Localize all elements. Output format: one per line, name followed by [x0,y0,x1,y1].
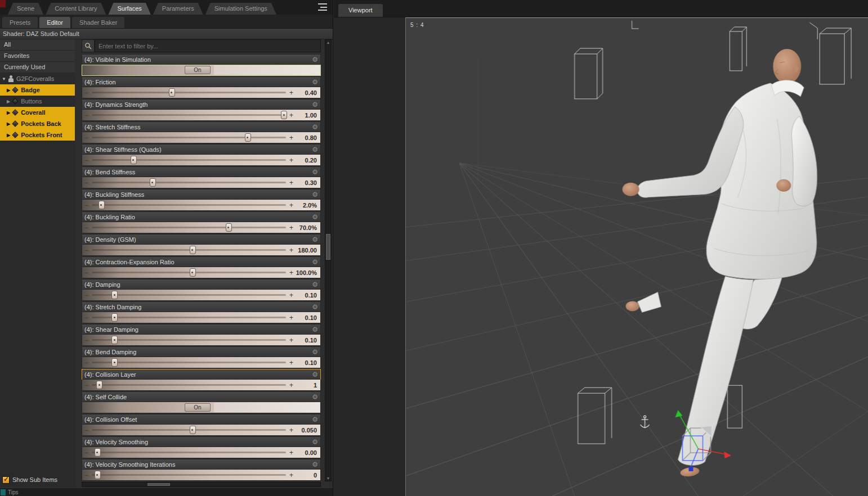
filter-all[interactable]: All [0,39,75,51]
gear-icon[interactable]: ⚙ [312,169,318,175]
vertical-scrollbar[interactable]: ▲ ▼ [325,39,332,481]
filter-input[interactable] [95,39,321,52]
slider-thumb[interactable] [150,178,156,187]
decrement-button[interactable]: − [82,155,91,165]
filter-currently-used[interactable]: Currently Used [0,62,75,73]
decrement-button[interactable]: − [82,313,91,323]
scroll-up-icon[interactable]: ▲ [325,40,331,44]
parameter-slider[interactable]: − + 0.40 [82,87,321,98]
expand-arrow-icon[interactable]: ▶ [7,121,10,127]
slider-thumb[interactable] [245,133,251,142]
gear-icon[interactable]: ⚙ [312,214,318,220]
slider-track[interactable] [91,110,287,120]
slider-track[interactable] [91,87,287,98]
tab-simulation-settings[interactable]: Simulation Settings [205,3,276,15]
tree-item-pockets-front[interactable]: ▶ Pockets Front [0,129,75,141]
increment-button[interactable]: + [287,290,296,300]
slider-track[interactable] [91,335,287,345]
filter-favorites[interactable]: Favorites [0,51,75,62]
parameter-slider[interactable]: − + 0.30 [82,177,321,188]
gear-icon[interactable]: ⚙ [312,79,318,85]
decrement-button[interactable]: − [82,290,91,300]
decrement-button[interactable]: − [82,88,91,98]
gear-icon[interactable]: ⚙ [312,394,318,400]
tree-item-badge[interactable]: ▶ Badge [0,84,75,96]
gear-icon[interactable]: ⚙ [312,146,318,153]
gear-icon[interactable]: ⚙ [312,371,318,378]
increment-button[interactable]: + [287,88,296,98]
decrement-button[interactable]: − [82,133,91,143]
slider-track[interactable] [91,470,287,480]
slider-thumb[interactable] [111,313,118,322]
subtab-editor[interactable]: Editor [39,17,70,28]
increment-button[interactable]: + [287,110,296,120]
gear-icon[interactable]: ⚙ [312,304,318,310]
decrement-button[interactable]: − [82,425,91,435]
expand-arrow-icon[interactable]: ▶ [7,110,10,115]
decrement-button[interactable]: − [82,245,91,255]
increment-button[interactable]: + [287,470,296,480]
hscrollbar-handle[interactable] [147,483,170,486]
slider-track[interactable] [91,155,287,165]
gear-icon[interactable]: ⚙ [312,416,318,423]
parameter-slider[interactable]: − + 70.0% [82,222,321,233]
slider-thumb[interactable] [111,291,118,299]
increment-button[interactable]: + [287,223,296,233]
slider-track[interactable] [91,267,287,278]
parameter-slider[interactable]: − + 2.0% [82,200,321,211]
scrollbar-handle[interactable] [326,234,330,260]
toggle-button[interactable]: On [185,66,211,74]
parameter-slider[interactable]: − + 0.10 [82,290,321,301]
decrement-button[interactable]: − [82,470,91,480]
parameter-slider[interactable]: − + 1 [82,380,321,391]
increment-button[interactable]: + [287,358,296,368]
scene-3d[interactable] [406,18,868,496]
increment-button[interactable]: + [287,425,296,435]
slider-thumb[interactable] [226,223,232,232]
tree-item-coverall[interactable]: ▶ Coverall [0,107,75,118]
gear-icon[interactable]: ⚙ [312,349,318,355]
horizontal-scrollbar[interactable] [82,482,321,487]
increment-button[interactable]: + [287,380,296,390]
gear-icon[interactable]: ⚙ [312,259,318,265]
parameter-slider[interactable]: − + 0 [82,470,321,481]
slider-thumb[interactable] [96,381,102,389]
slider-track[interactable] [91,245,287,255]
parameter-toggle[interactable]: On [82,402,321,413]
increment-button[interactable]: + [287,335,296,345]
expand-arrow-icon[interactable]: ▶ [7,133,10,138]
slider-thumb[interactable] [95,448,101,457]
slider-track[interactable] [91,132,287,143]
increment-button[interactable]: + [287,245,296,255]
toggle-button[interactable]: On [185,403,211,412]
slider-track[interactable] [91,380,287,390]
slider-thumb[interactable] [190,268,196,277]
increment-button[interactable]: + [287,200,296,210]
gear-icon[interactable]: ⚙ [312,326,318,333]
increment-button[interactable]: + [287,313,296,323]
subtab-presets[interactable]: Presets [2,17,38,28]
tree-item-buttons[interactable]: ▶ Buttons [0,96,75,107]
slider-track[interactable] [91,312,287,323]
slider-thumb[interactable] [95,471,101,479]
slider-thumb[interactable] [190,426,196,434]
tab-scene[interactable]: Scene [8,3,43,15]
decrement-button[interactable]: − [82,358,91,368]
subtab-shader-baker[interactable]: Shader Baker [72,17,124,28]
parameter-slider[interactable]: − + 180.00 [82,245,321,256]
slider-thumb[interactable] [111,336,118,344]
slider-track[interactable] [91,222,287,233]
gear-icon[interactable]: ⚙ [312,439,318,445]
tab-viewport[interactable]: Viewport [338,4,383,17]
tree-root-g2fcoveralls[interactable]: ▼ G2FCoveralls [0,73,75,84]
search-icon[interactable] [82,39,95,52]
gear-icon[interactable]: ⚙ [312,236,318,243]
tips-label[interactable]: Tips [8,489,19,495]
decrement-button[interactable]: − [82,268,91,278]
slider-thumb[interactable] [281,111,287,119]
gear-icon[interactable]: ⚙ [312,461,318,468]
parameter-toggle[interactable]: On [82,65,321,76]
tab-surfaces[interactable]: Surfaces [108,3,150,15]
parameter-slider[interactable]: − + 0.050 [82,425,321,436]
slider-track[interactable] [91,177,287,188]
